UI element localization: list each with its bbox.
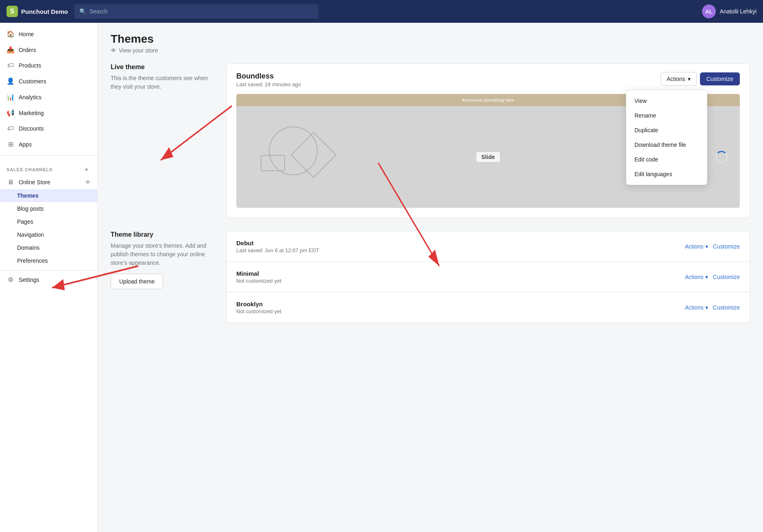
dropdown-item-view[interactable]: View	[626, 94, 707, 108]
sidebar-item-analytics[interactable]: 📊 Analytics	[0, 89, 97, 105]
apps-icon: ⊞	[7, 140, 15, 148]
actions-label: Actions	[667, 76, 685, 82]
live-theme-title: Live theme	[111, 63, 216, 71]
theme-name: Boundless	[236, 72, 301, 81]
library-label: Theme library Manage your store's themes…	[111, 231, 216, 323]
brooklyn-actions-button[interactable]: Actions ▾	[685, 304, 708, 311]
sidebar-sub-item-pages[interactable]: Pages	[0, 215, 97, 228]
theme-list: Debut Last saved: Jun 6 at 12:07 pm EDT …	[226, 231, 750, 323]
brand-name: Punchout Demo	[21, 8, 68, 15]
sidebar-item-label: Marketing	[19, 110, 44, 116]
theme-list-name: Minimal	[236, 270, 281, 277]
search-icon: 🔍	[79, 8, 86, 15]
dropdown-item-download[interactable]: Download theme file	[626, 137, 707, 152]
sidebar-item-orders[interactable]: 📥 Orders	[0, 42, 97, 58]
settings-icon: ⚙	[7, 276, 15, 283]
eye-store-icon: 👁	[111, 47, 116, 54]
sidebar-item-marketing[interactable]: 📢 Marketing	[0, 105, 97, 121]
brand-logo[interactable]: S Punchout Demo	[7, 6, 68, 17]
library-title: Theme library	[111, 231, 216, 238]
theme-list-info: Debut Last saved: Jun 6 at 12:07 pm EDT	[236, 240, 319, 253]
theme-list-name: Debut	[236, 240, 319, 246]
loading-spinner	[715, 151, 728, 163]
theme-list-name: Brooklyn	[236, 301, 281, 307]
page-title: Themes	[111, 33, 750, 46]
chevron-down-icon: ▾	[705, 304, 708, 311]
sidebar-sub-item-themes[interactable]: Themes	[0, 189, 97, 202]
products-icon: 🏷	[7, 62, 15, 69]
sidebar-sub-item-domains[interactable]: Domains	[0, 241, 97, 254]
actions-dropdown-menu: View Rename Duplicate Download theme fil…	[626, 90, 707, 185]
sidebar-item-apps[interactable]: ⊞ Apps	[0, 136, 97, 152]
minimal-customize-button[interactable]: Customize	[713, 274, 740, 280]
brooklyn-customize-button[interactable]: Customize	[713, 304, 740, 311]
theme-saved: Last saved: 24 minutes ago	[236, 81, 301, 87]
sidebar-item-label: Apps	[19, 141, 32, 148]
user-menu: AL Anatolii Lehkyi	[702, 4, 756, 18]
library-desc: Manage your store's themes. Add and publ…	[111, 242, 216, 267]
theme-list-saved: Not customized yet	[236, 278, 281, 284]
live-theme-section: Live theme This is the theme customers s…	[111, 63, 750, 218]
sidebar-item-discounts[interactable]: 🏷 Discounts	[0, 121, 97, 136]
debut-actions-button[interactable]: Actions ▾	[685, 243, 708, 250]
theme-list-actions: Actions ▾ Customize	[685, 274, 740, 280]
sidebar-item-products[interactable]: 🏷 Products	[0, 58, 97, 73]
sidebar-item-label: Analytics	[19, 94, 41, 100]
orders-icon: 📥	[7, 46, 15, 54]
preview-loading	[715, 151, 728, 163]
chevron-down-icon: ▾	[688, 76, 691, 82]
sidebar-item-home[interactable]: 🏠 Home	[0, 26, 97, 42]
theme-list-saved: Not customized yet	[236, 308, 281, 314]
theme-list-saved: Last saved: Jun 6 at 12:07 pm EDT	[236, 247, 319, 253]
dropdown-item-edit-languages[interactable]: Edit languages	[626, 167, 707, 181]
customize-button[interactable]: Customize	[700, 72, 740, 85]
sidebar-item-online-store[interactable]: 🖥 Online Store 👁	[0, 175, 97, 189]
minimal-actions-button[interactable]: Actions ▾	[685, 274, 708, 280]
sales-channels-label: SALES CHANNELS	[7, 167, 52, 172]
sidebar-item-customers[interactable]: 👤 Customers	[0, 73, 97, 89]
online-store-icon: 🖥	[7, 179, 15, 186]
home-icon: 🏠	[7, 30, 15, 38]
theme-list-actions: Actions ▾ Customize	[685, 243, 740, 250]
sidebar-item-settings[interactable]: ⚙ Settings	[0, 270, 97, 288]
dropdown-item-duplicate[interactable]: Duplicate	[626, 123, 707, 137]
dropdown-item-rename[interactable]: Rename	[626, 108, 707, 123]
preview-slide-label: Slide	[476, 152, 499, 162]
analytics-icon: 📊	[7, 93, 15, 101]
chevron-down-icon: ▾	[705, 243, 708, 250]
avatar[interactable]: AL	[702, 4, 716, 18]
debut-customize-button[interactable]: Customize	[713, 243, 740, 250]
theme-library-section: Theme library Manage your store's themes…	[111, 231, 750, 323]
search-bar[interactable]: 🔍	[74, 4, 318, 19]
dropdown-item-edit-code[interactable]: Edit code	[626, 152, 707, 167]
settings-label: Settings	[19, 277, 39, 283]
sidebar-sub-item-preferences[interactable]: Preferences	[0, 254, 97, 267]
theme-list-info: Minimal Not customized yet	[236, 270, 281, 284]
sidebar-sub-item-navigation[interactable]: Navigation	[0, 228, 97, 241]
customers-icon: 👤	[7, 77, 15, 85]
sidebar-sub-item-blog-posts[interactable]: Blog posts	[0, 202, 97, 215]
theme-list-actions: Actions ▾ Customize	[685, 304, 740, 311]
online-store-label: Online Store	[19, 179, 50, 185]
discounts-icon: 🏷	[7, 125, 15, 132]
theme-list-info: Brooklyn Not customized yet	[236, 301, 281, 314]
sidebar: 🏠 Home 📥 Orders 🏷 Products 👤 Customers 📊…	[0, 23, 98, 532]
sidebar-item-label: Products	[19, 62, 41, 69]
main-content: Themes 👁 View your store Live theme This…	[98, 23, 763, 532]
sidebar-item-label: Customers	[19, 78, 46, 85]
add-sales-channel-button[interactable]: +	[83, 166, 91, 174]
eye-icon: 👁	[85, 179, 91, 185]
view-store-link[interactable]: 👁 View your store	[111, 47, 750, 54]
theme-card-header: Boundless Last saved: 24 minutes ago Act…	[227, 64, 750, 94]
chevron-down-icon: ▾	[705, 274, 708, 280]
top-navigation: S Punchout Demo 🔍 AL Anatolii Lehkyi	[0, 0, 763, 23]
upload-theme-button[interactable]: Upload theme	[111, 274, 163, 289]
user-name: Anatolii Lehkyi	[720, 8, 756, 15]
search-input[interactable]	[89, 8, 314, 15]
view-store-label: View your store	[119, 47, 158, 54]
live-theme-card: Boundless Last saved: 24 minutes ago Act…	[226, 63, 750, 218]
shopify-icon: S	[7, 6, 18, 17]
actions-button[interactable]: Actions ▾	[661, 72, 697, 86]
live-theme-desc: This is the theme customers see when the…	[111, 74, 216, 91]
avatar-initials: AL	[705, 9, 712, 15]
